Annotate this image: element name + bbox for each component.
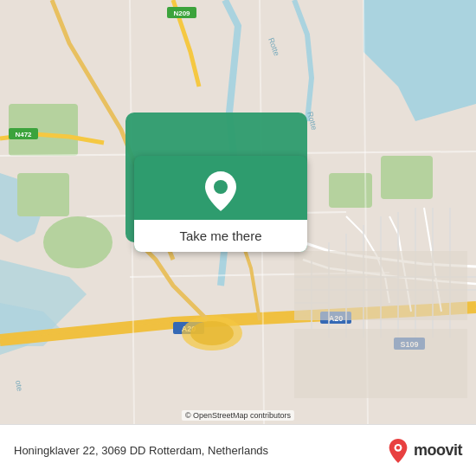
svg-text:ote: ote: [14, 380, 24, 392]
svg-text:N472: N472: [15, 131, 32, 138]
svg-point-27: [396, 446, 400, 449]
map-attribution: © OpenStreetMap contributors: [182, 410, 294, 421]
svg-point-23: [190, 321, 234, 345]
svg-point-25: [214, 180, 228, 194]
svg-point-3: [43, 216, 113, 268]
take-me-there-button[interactable]: Take me there: [134, 156, 307, 252]
svg-rect-2: [17, 173, 69, 216]
address-text: Honingklaver 22, 3069 DD Rotterdam, Neth…: [14, 444, 268, 457]
moovit-brand-text: moovit: [414, 441, 462, 460]
moovit-pin-icon: [386, 439, 410, 463]
svg-text:N209: N209: [173, 10, 190, 17]
svg-rect-5: [381, 156, 433, 199]
take-me-there-label: Take me there: [134, 220, 307, 252]
bottom-bar: Honingklaver 22, 3069 DD Rotterdam, Neth…: [0, 424, 476, 476]
moovit-logo: moovit: [386, 439, 462, 463]
svg-rect-21: [294, 329, 467, 398]
map-container: A20 A20 S109 N209 N472: [0, 0, 476, 424]
location-pin-icon: [205, 156, 236, 220]
svg-rect-20: [294, 251, 467, 320]
